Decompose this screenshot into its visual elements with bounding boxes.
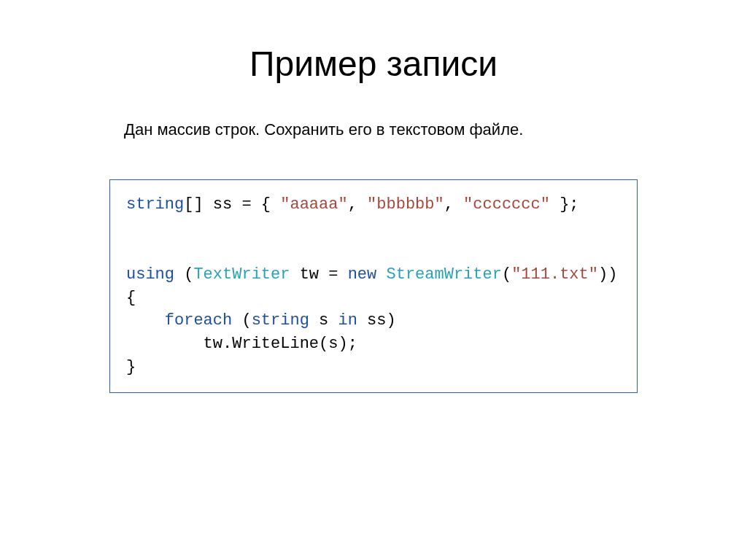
- code-line-3: using (TextWriter tw = new StreamWriter(…: [126, 265, 617, 284]
- code-text: [376, 265, 386, 284]
- string-literal: "aaaaa": [280, 195, 347, 214]
- code-line-1: string[] ss = { "aaaaa", "bbbbbb", "cccc…: [126, 195, 579, 214]
- code-line-5: foreach (string s in ss): [126, 311, 396, 330]
- code-text: (: [232, 311, 251, 330]
- keyword-in: in: [338, 311, 357, 330]
- keyword-new: new: [348, 265, 377, 284]
- code-text: ss): [357, 311, 396, 330]
- keyword-foreach: foreach: [165, 311, 232, 330]
- code-text: };: [550, 195, 579, 214]
- code-text: s: [309, 311, 338, 330]
- code-text: (: [502, 265, 511, 284]
- code-text: )): [598, 265, 617, 284]
- slide: Пример записи Дан массив строк. Сохранит…: [0, 0, 747, 560]
- code-indent: [126, 311, 165, 330]
- slide-title: Пример записи: [51, 44, 696, 84]
- code-text: [] ss = {: [184, 195, 280, 214]
- code-text: ,: [444, 195, 463, 214]
- code-block: string[] ss = { "aaaaa", "bbbbbb", "cccc…: [109, 179, 638, 393]
- code-line-4: {: [126, 289, 136, 307]
- code-line-7: }: [126, 358, 136, 376]
- class-textwriter: TextWriter: [193, 265, 290, 284]
- class-streamwriter: StreamWriter: [386, 265, 501, 284]
- keyword-string: string: [126, 195, 184, 214]
- code-text: tw =: [290, 265, 347, 284]
- code-line-6: tw.WriteLine(s);: [126, 335, 357, 353]
- string-literal: "111.txt": [511, 265, 598, 284]
- code-text: ,: [348, 195, 367, 214]
- string-literal: "bbbbbb": [367, 195, 444, 214]
- code-text: (: [174, 265, 193, 284]
- slide-description: Дан массив строк. Сохранить его в тексто…: [124, 120, 623, 139]
- string-literal: "ccccccc": [463, 195, 550, 214]
- keyword-string: string: [252, 311, 309, 330]
- keyword-using: using: [126, 265, 174, 284]
